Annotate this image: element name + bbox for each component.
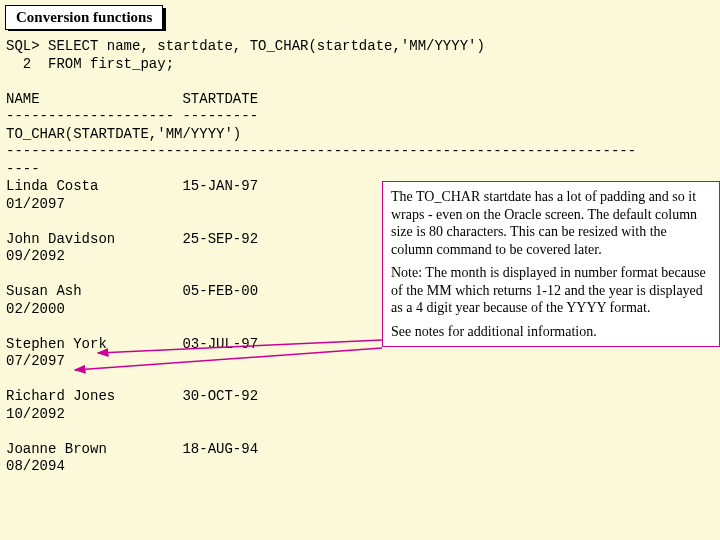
title-box: Conversion functions [5, 5, 163, 30]
title-text: Conversion functions [16, 9, 152, 25]
callout-para-1: The TO_CHAR startdate has a lot of paddi… [391, 188, 711, 258]
explanation-callout: The TO_CHAR startdate has a lot of paddi… [382, 181, 720, 347]
callout-para-2: Note: The month is displayed in number f… [391, 264, 711, 317]
callout-para-3: See notes for additional information. [391, 323, 711, 341]
